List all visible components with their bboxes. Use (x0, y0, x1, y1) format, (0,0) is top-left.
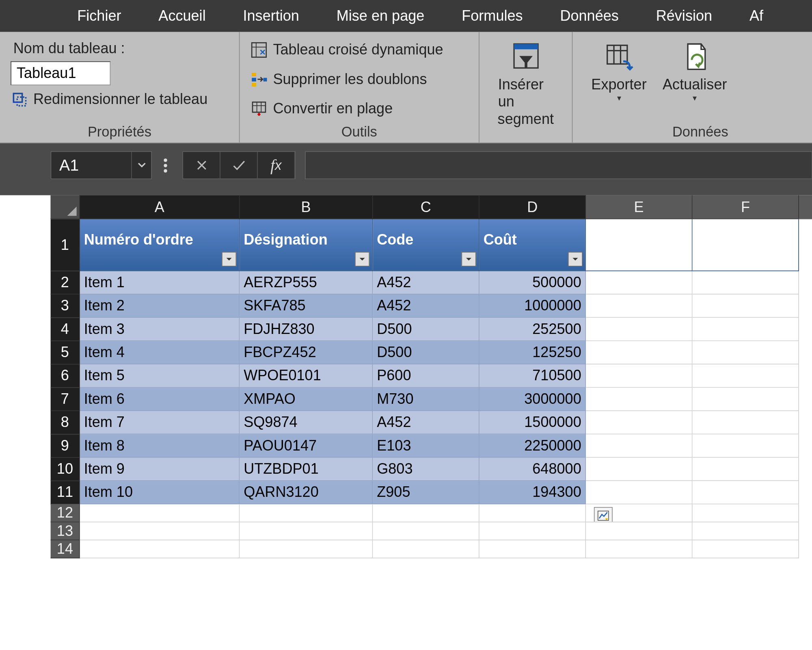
cell[interactable] (80, 504, 240, 522)
row-header-3[interactable]: 3 (51, 295, 80, 318)
convert-to-range-button[interactable]: Convertir en plage (251, 100, 448, 117)
formula-input[interactable] (305, 151, 812, 179)
cell[interactable] (373, 522, 479, 540)
cell[interactable] (373, 504, 479, 522)
row-header-8[interactable]: 8 (51, 411, 80, 434)
table-header-cell[interactable]: Désignation (240, 219, 373, 271)
table-cell[interactable]: WPOE0101 (240, 364, 373, 388)
row-header-13[interactable]: 13 (51, 522, 80, 540)
table-cell[interactable]: SKFA785 (240, 295, 373, 318)
table-cell[interactable]: SQ9874 (240, 411, 373, 434)
cell[interactable] (693, 271, 799, 294)
table-cell[interactable]: Z905 (373, 481, 479, 504)
table-cell[interactable]: Item 7 (80, 411, 240, 434)
cell[interactable] (693, 341, 799, 364)
table-cell[interactable]: 3000000 (479, 388, 586, 411)
cell[interactable] (586, 219, 692, 271)
table-cell[interactable]: M730 (373, 388, 479, 411)
row-header-7[interactable]: 7 (51, 388, 80, 411)
column-header-B[interactable]: B (240, 195, 373, 219)
cell[interactable] (586, 434, 692, 457)
refresh-button[interactable]: Actualiser ▾ (654, 39, 735, 105)
cell[interactable] (693, 295, 799, 318)
row-header-4[interactable]: 4 (51, 318, 80, 341)
table-cell[interactable]: XMPAO (240, 388, 373, 411)
table-header-cell[interactable]: Code (373, 219, 479, 271)
cell[interactable] (586, 504, 692, 522)
table-cell[interactable]: D500 (373, 318, 479, 341)
table-cell[interactable]: 1500000 (479, 411, 586, 434)
cell[interactable] (80, 540, 240, 558)
table-cell[interactable]: D500 (373, 341, 479, 364)
column-header-A[interactable]: A (80, 195, 240, 219)
menu-données[interactable]: Données (541, 0, 637, 32)
insert-slicer-button[interactable]: Insérer un segment (490, 39, 561, 130)
resize-table-button[interactable]: Redimensionner le tableau (11, 91, 228, 108)
cell[interactable] (693, 388, 799, 411)
row-header-10[interactable]: 10 (51, 458, 80, 481)
row-header-9[interactable]: 9 (51, 434, 80, 457)
table-cell[interactable]: Item 8 (80, 434, 240, 457)
cell[interactable] (693, 540, 799, 558)
row-header-14[interactable]: 14 (51, 540, 80, 558)
cell[interactable] (693, 364, 799, 388)
cell[interactable] (693, 481, 799, 504)
menu-révision[interactable]: Révision (637, 0, 731, 32)
filter-dropdown-button[interactable] (355, 252, 369, 266)
row-header-1[interactable]: 1 (51, 219, 80, 271)
cell[interactable] (693, 458, 799, 481)
cell[interactable] (586, 364, 692, 388)
row-header-2[interactable]: 2 (51, 271, 80, 294)
table-cell[interactable]: QARN3120 (240, 481, 373, 504)
menu-fichier[interactable]: Fichier (58, 0, 140, 32)
table-cell[interactable]: Item 4 (80, 341, 240, 364)
table-cell[interactable]: A452 (373, 271, 479, 294)
cell[interactable] (586, 522, 692, 540)
menu-mise en page[interactable]: Mise en page (318, 0, 443, 32)
cell[interactable] (586, 318, 692, 341)
table-cell[interactable]: A452 (373, 295, 479, 318)
table-cell[interactable]: Item 6 (80, 388, 240, 411)
cell[interactable] (693, 411, 799, 434)
cell[interactable] (586, 271, 692, 294)
cell[interactable] (693, 434, 799, 457)
menu-accueil[interactable]: Accueil (140, 0, 224, 32)
remove-duplicates-button[interactable]: Supprimer les doublons (251, 71, 448, 88)
row-header-6[interactable]: 6 (51, 364, 80, 388)
name-box-dropdown[interactable] (131, 152, 151, 179)
cell[interactable] (240, 522, 373, 540)
cell[interactable] (586, 295, 692, 318)
table-cell[interactable]: G803 (373, 458, 479, 481)
insert-function-button[interactable]: fx (258, 152, 295, 179)
cell[interactable] (693, 219, 799, 271)
table-cell[interactable]: Item 10 (80, 481, 240, 504)
table-cell[interactable]: 252500 (479, 318, 586, 341)
table-cell[interactable]: 1000000 (479, 295, 586, 318)
menu-insertion[interactable]: Insertion (225, 0, 318, 32)
column-header-F[interactable]: F (693, 195, 799, 219)
column-header-C[interactable]: C (373, 195, 479, 219)
cell[interactable] (240, 504, 373, 522)
select-all-button[interactable] (51, 195, 80, 219)
table-cell[interactable]: 648000 (479, 458, 586, 481)
quick-analysis-button[interactable] (594, 507, 613, 522)
table-cell[interactable]: FBCPZ452 (240, 341, 373, 364)
cell[interactable] (479, 540, 586, 558)
table-cell[interactable]: E103 (373, 434, 479, 457)
column-header-E[interactable]: E (586, 195, 692, 219)
name-box[interactable] (51, 152, 131, 179)
table-cell[interactable]: 125250 (479, 341, 586, 364)
pivot-table-button[interactable]: Tableau croisé dynamique (251, 41, 448, 59)
menu-af[interactable]: Af (731, 0, 782, 32)
table-cell[interactable]: Item 5 (80, 364, 240, 388)
cell[interactable] (586, 341, 692, 364)
column-header-D[interactable]: D (479, 195, 586, 219)
cell[interactable] (240, 540, 373, 558)
table-cell[interactable]: 194300 (479, 481, 586, 504)
cell[interactable] (693, 318, 799, 341)
row-header-5[interactable]: 5 (51, 341, 80, 364)
filter-dropdown-button[interactable] (462, 252, 476, 266)
table-cell[interactable]: A452 (373, 411, 479, 434)
cancel-formula-button[interactable] (183, 152, 220, 179)
cell[interactable] (586, 388, 692, 411)
